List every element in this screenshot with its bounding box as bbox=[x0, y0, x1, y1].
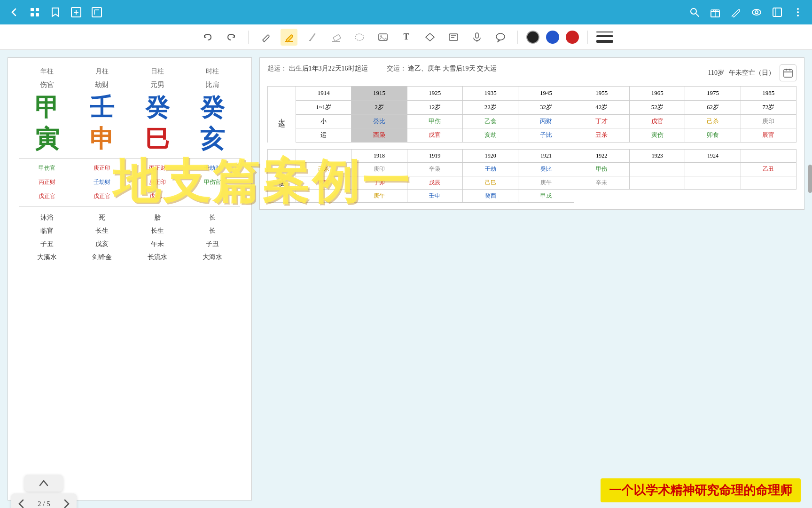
scroll-up-button[interactable] bbox=[24, 475, 63, 492]
lasso-tool[interactable] bbox=[351, 29, 368, 46]
line-medium[interactable] bbox=[596, 35, 613, 37]
xiaoyun-table: 小运 1918 1919 1920 1921 1922 1923 1924 己杀… bbox=[267, 149, 796, 203]
xy-dzb7: 甲戌 bbox=[518, 190, 574, 203]
info-ri-3: 午未 bbox=[130, 238, 185, 251]
pen-button[interactable] bbox=[729, 6, 742, 19]
info-nian-4: 大溪水 bbox=[19, 251, 75, 264]
xy-y2: 1919 bbox=[407, 150, 463, 163]
more-button[interactable] bbox=[791, 6, 804, 19]
text-tool[interactable]: T bbox=[398, 29, 415, 46]
grid-button[interactable] bbox=[28, 6, 41, 19]
info-ri-2: 长生 bbox=[130, 224, 185, 238]
bazi-headers: 年柱 月柱 日柱 时柱 bbox=[19, 67, 240, 76]
add-button[interactable] bbox=[70, 6, 83, 19]
sub-nian-1: 甲伤官 bbox=[19, 163, 75, 174]
textbox-tool[interactable] bbox=[445, 29, 462, 46]
sub-nian-2: 丙正财 bbox=[19, 177, 75, 188]
prev-page-button[interactable] bbox=[11, 493, 32, 508]
svg-rect-1 bbox=[36, 8, 39, 11]
dz-shi: 亥 bbox=[185, 125, 241, 153]
svg-point-21 bbox=[797, 11, 799, 13]
image-tool[interactable] bbox=[375, 29, 391, 46]
svg-point-28 bbox=[355, 34, 364, 40]
xy-dzb6: 癸酉 bbox=[463, 190, 518, 203]
shishen-row: 伤官 劫财 元男 比肩 bbox=[19, 79, 240, 90]
crop-button[interactable] bbox=[90, 6, 103, 19]
redo-button[interactable] bbox=[223, 29, 240, 46]
svg-rect-0 bbox=[31, 8, 34, 11]
tg-yue: 壬 bbox=[75, 93, 130, 122]
svg-line-24 bbox=[310, 34, 315, 40]
dy-tg-2: 甲伤 bbox=[407, 115, 463, 129]
next-page-button[interactable] bbox=[56, 493, 77, 508]
calendar-icon[interactable] bbox=[780, 64, 796, 81]
dy-dz-7: 卯食 bbox=[685, 128, 741, 143]
xy-dzt7: 辛未 bbox=[574, 176, 630, 190]
svg-point-20 bbox=[797, 8, 799, 10]
dy-age-4: 32岁 bbox=[518, 101, 574, 115]
dz-yue: 申 bbox=[75, 125, 130, 153]
dy-age-1: 2岁 bbox=[351, 101, 407, 115]
sub-row-3: 戊正官 戊正官 戊正... bbox=[19, 191, 240, 202]
pen-tool[interactable] bbox=[257, 29, 274, 46]
undo-button[interactable] bbox=[199, 29, 216, 46]
xy-y7: 1924 bbox=[685, 150, 741, 163]
bubble-tool[interactable] bbox=[492, 29, 509, 46]
dy-year-0: 1914 bbox=[296, 87, 351, 101]
yunqi-panel: 起运： 出生后1年3月22天16时起运 交运： 逢乙、庚年 大雪后19天 交大运… bbox=[259, 57, 804, 210]
ss-nian: 伤官 bbox=[19, 79, 75, 90]
dy-tg-4: 丙财 bbox=[518, 115, 574, 129]
gift-button[interactable] bbox=[709, 6, 722, 19]
svg-point-17 bbox=[755, 11, 758, 14]
info-ri-4: 长流水 bbox=[130, 251, 185, 264]
color-black[interactable] bbox=[526, 31, 539, 44]
tg-ri: 癸 bbox=[130, 93, 185, 122]
panel-button[interactable] bbox=[771, 6, 784, 19]
age-label: 110岁 bbox=[708, 69, 724, 77]
dz-nian: 寅 bbox=[19, 125, 75, 153]
line-thick[interactable] bbox=[596, 40, 613, 43]
xy-tg2: 庚印 bbox=[351, 163, 407, 176]
info-row-1: 沐浴 死 胎 长 bbox=[19, 211, 240, 224]
dy-age-6: 52岁 bbox=[630, 101, 685, 115]
info-ri-1: 胎 bbox=[130, 211, 185, 224]
tiangan-row: 甲 壬 癸 癸 bbox=[19, 93, 240, 122]
dy-age-3: 22岁 bbox=[463, 101, 518, 115]
dy-dz-6: 寅伤 bbox=[630, 128, 685, 143]
promo-text: 一个以学术精神研究命理的命理师 bbox=[601, 478, 801, 502]
search-button[interactable] bbox=[688, 6, 701, 19]
xy-dzb4: 庚午 bbox=[351, 190, 407, 203]
scrollbar[interactable] bbox=[808, 165, 812, 193]
back-button[interactable] bbox=[8, 6, 21, 19]
xy-y5: 1922 bbox=[574, 150, 630, 163]
mic-tool[interactable] bbox=[468, 29, 485, 46]
xiaoyun-label: 小运 bbox=[268, 150, 296, 203]
highlight-tool[interactable] bbox=[281, 29, 297, 46]
svg-point-22 bbox=[797, 15, 799, 16]
dy-tg-5: 丁才 bbox=[574, 115, 630, 129]
pencil-tool[interactable] bbox=[304, 29, 321, 46]
info-yue-4: 剑锋金 bbox=[75, 251, 130, 264]
jiaoyun-label: 交运： bbox=[387, 65, 406, 72]
dy-dz-4: 子比 bbox=[518, 128, 574, 143]
shape-tool[interactable] bbox=[422, 29, 438, 46]
svg-rect-31 bbox=[449, 34, 458, 40]
svg-rect-37 bbox=[784, 70, 792, 77]
color-blue[interactable] bbox=[546, 31, 559, 44]
info-yue-1: 死 bbox=[75, 211, 130, 224]
info-shi-2: 长 bbox=[185, 224, 241, 238]
xy-dzt1: 乙丑 bbox=[741, 163, 796, 176]
eye-button[interactable] bbox=[750, 6, 763, 19]
xy-tg3: 辛枭 bbox=[407, 163, 463, 176]
info-shi-1: 长 bbox=[185, 211, 241, 224]
line-thin[interactable] bbox=[596, 32, 613, 32]
eraser-tool[interactable] bbox=[328, 29, 344, 46]
bookmark-button[interactable] bbox=[49, 6, 62, 19]
dy-dz-5: 丑杀 bbox=[574, 128, 630, 143]
top-bar bbox=[0, 0, 812, 24]
sub-shi-1: 壬劫财 bbox=[185, 163, 241, 174]
dy-tg-1: 癸比 bbox=[351, 115, 407, 129]
color-red[interactable] bbox=[566, 31, 579, 44]
xy-dzb2 bbox=[741, 176, 796, 190]
ss-yue: 劫财 bbox=[75, 79, 130, 90]
